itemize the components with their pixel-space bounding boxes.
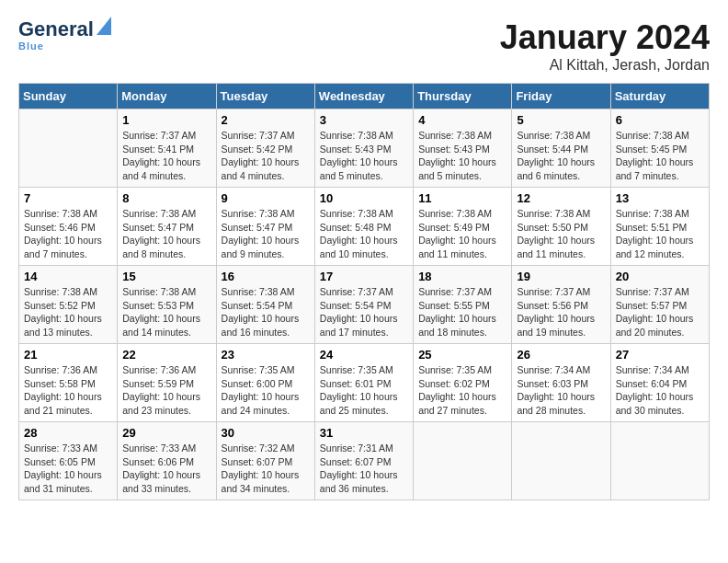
svg-marker-0 <box>97 17 111 35</box>
day-number: 12 <box>517 191 605 205</box>
day-number: 3 <box>320 113 408 127</box>
day-number: 28 <box>24 426 112 440</box>
day-number: 11 <box>418 191 506 205</box>
table-row: 12Sunrise: 7:38 AMSunset: 5:50 PMDayligh… <box>512 188 610 266</box>
title-section: January 2024 Al Kittah, Jerash, Jordan <box>500 18 710 74</box>
table-row: 30Sunrise: 7:32 AMSunset: 6:07 PMDayligh… <box>216 422 314 500</box>
location-subtitle: Al Kittah, Jerash, Jordan <box>500 57 710 74</box>
day-number: 19 <box>517 270 605 283</box>
table-row: 14Sunrise: 7:38 AMSunset: 5:52 PMDayligh… <box>19 266 118 344</box>
day-info: Sunrise: 7:38 AMSunset: 5:47 PMDaylight:… <box>222 207 310 261</box>
day-number: 16 <box>222 270 310 283</box>
day-number: 24 <box>320 348 408 362</box>
calendar-week-row: 7Sunrise: 7:38 AMSunset: 5:46 PMDaylight… <box>19 188 710 266</box>
day-info: Sunrise: 7:31 AMSunset: 6:07 PMDaylight:… <box>320 442 408 496</box>
table-row: 5Sunrise: 7:38 AMSunset: 5:44 PMDaylight… <box>512 109 610 188</box>
calendar-table: Sunday Monday Tuesday Wednesday Thursday… <box>18 83 710 500</box>
calendar-week-row: 14Sunrise: 7:38 AMSunset: 5:52 PMDayligh… <box>19 266 710 344</box>
table-row: 7Sunrise: 7:38 AMSunset: 5:46 PMDaylight… <box>19 188 118 266</box>
table-row: 13Sunrise: 7:38 AMSunset: 5:51 PMDayligh… <box>610 188 709 266</box>
day-info: Sunrise: 7:38 AMSunset: 5:54 PMDaylight:… <box>222 285 310 339</box>
day-number: 6 <box>616 113 704 127</box>
calendar-week-row: 1Sunrise: 7:37 AMSunset: 5:41 PMDaylight… <box>19 109 710 188</box>
day-info: Sunrise: 7:35 AMSunset: 6:02 PMDaylight:… <box>418 363 506 418</box>
day-number: 25 <box>418 348 506 362</box>
calendar-week-row: 28Sunrise: 7:33 AMSunset: 6:05 PMDayligh… <box>19 422 710 500</box>
day-info: Sunrise: 7:38 AMSunset: 5:43 PMDaylight:… <box>320 129 408 183</box>
day-info: Sunrise: 7:38 AMSunset: 5:43 PMDaylight:… <box>418 129 506 183</box>
table-row <box>512 422 610 500</box>
day-info: Sunrise: 7:38 AMSunset: 5:45 PMDaylight:… <box>616 129 704 183</box>
day-info: Sunrise: 7:37 AMSunset: 5:54 PMDaylight:… <box>320 285 408 339</box>
table-row: 15Sunrise: 7:38 AMSunset: 5:53 PMDayligh… <box>118 266 216 344</box>
table-row: 8Sunrise: 7:38 AMSunset: 5:47 PMDaylight… <box>118 188 216 266</box>
day-number: 15 <box>122 270 210 283</box>
day-number: 18 <box>418 270 506 283</box>
day-info: Sunrise: 7:38 AMSunset: 5:49 PMDaylight:… <box>418 207 506 261</box>
day-number: 1 <box>122 113 210 127</box>
table-row: 23Sunrise: 7:35 AMSunset: 6:00 PMDayligh… <box>216 344 314 422</box>
day-number: 31 <box>320 426 408 440</box>
table-row: 29Sunrise: 7:33 AMSunset: 6:06 PMDayligh… <box>118 422 216 500</box>
day-number: 9 <box>222 191 310 205</box>
day-info: Sunrise: 7:37 AMSunset: 5:56 PMDaylight:… <box>517 285 605 339</box>
table-row: 17Sunrise: 7:37 AMSunset: 5:54 PMDayligh… <box>314 266 413 344</box>
day-number: 27 <box>616 348 704 362</box>
calendar-header-row: Sunday Monday Tuesday Wednesday Thursday… <box>19 84 710 109</box>
day-info: Sunrise: 7:38 AMSunset: 5:46 PMDaylight:… <box>24 207 112 261</box>
day-info: Sunrise: 7:37 AMSunset: 5:42 PMDaylight:… <box>222 129 310 183</box>
day-number: 21 <box>24 348 112 362</box>
day-info: Sunrise: 7:36 AMSunset: 5:58 PMDaylight:… <box>24 363 112 418</box>
day-number: 14 <box>24 270 112 283</box>
table-row: 3Sunrise: 7:38 AMSunset: 5:43 PMDaylight… <box>314 109 413 188</box>
logo-general-text: General <box>18 19 94 40</box>
table-row: 10Sunrise: 7:38 AMSunset: 5:48 PMDayligh… <box>314 188 413 266</box>
col-thursday: Thursday <box>414 84 512 109</box>
logo: General Blue <box>18 18 111 52</box>
table-row: 31Sunrise: 7:31 AMSunset: 6:07 PMDayligh… <box>314 422 413 500</box>
day-info: Sunrise: 7:38 AMSunset: 5:48 PMDaylight:… <box>320 207 408 261</box>
day-number: 22 <box>122 348 210 362</box>
day-info: Sunrise: 7:37 AMSunset: 5:57 PMDaylight:… <box>616 285 704 339</box>
day-info: Sunrise: 7:37 AMSunset: 5:55 PMDaylight:… <box>418 285 506 339</box>
table-row: 20Sunrise: 7:37 AMSunset: 5:57 PMDayligh… <box>610 266 709 344</box>
table-row: 27Sunrise: 7:34 AMSunset: 6:04 PMDayligh… <box>610 344 709 422</box>
day-info: Sunrise: 7:33 AMSunset: 6:06 PMDaylight:… <box>122 442 210 496</box>
month-year-title: January 2024 <box>500 18 710 57</box>
col-saturday: Saturday <box>610 84 709 109</box>
day-info: Sunrise: 7:38 AMSunset: 5:47 PMDaylight:… <box>122 207 210 261</box>
calendar-week-row: 21Sunrise: 7:36 AMSunset: 5:58 PMDayligh… <box>19 344 710 422</box>
table-row: 9Sunrise: 7:38 AMSunset: 5:47 PMDaylight… <box>216 188 314 266</box>
page-header: General Blue January 2024 Al Kittah, Jer… <box>18 18 710 74</box>
table-row <box>610 422 709 500</box>
col-friday: Friday <box>512 84 610 109</box>
day-info: Sunrise: 7:33 AMSunset: 6:05 PMDaylight:… <box>24 442 112 496</box>
day-number: 30 <box>222 426 310 440</box>
table-row: 18Sunrise: 7:37 AMSunset: 5:55 PMDayligh… <box>414 266 512 344</box>
day-info: Sunrise: 7:34 AMSunset: 6:03 PMDaylight:… <box>517 363 605 418</box>
logo-blue-text: Blue <box>18 40 44 52</box>
table-row: 28Sunrise: 7:33 AMSunset: 6:05 PMDayligh… <box>19 422 118 500</box>
day-info: Sunrise: 7:35 AMSunset: 6:00 PMDaylight:… <box>222 363 310 418</box>
table-row <box>414 422 512 500</box>
day-number: 5 <box>517 113 605 127</box>
table-row: 16Sunrise: 7:38 AMSunset: 5:54 PMDayligh… <box>216 266 314 344</box>
day-info: Sunrise: 7:35 AMSunset: 6:01 PMDaylight:… <box>320 363 408 418</box>
day-number: 13 <box>616 191 704 205</box>
day-info: Sunrise: 7:32 AMSunset: 6:07 PMDaylight:… <box>222 442 310 496</box>
col-tuesday: Tuesday <box>216 84 314 109</box>
day-number: 17 <box>320 270 408 283</box>
table-row: 19Sunrise: 7:37 AMSunset: 5:56 PMDayligh… <box>512 266 610 344</box>
col-monday: Monday <box>118 84 216 109</box>
col-sunday: Sunday <box>19 84 118 109</box>
day-number: 7 <box>24 191 112 205</box>
logo-arrow-icon <box>97 17 111 35</box>
day-info: Sunrise: 7:38 AMSunset: 5:44 PMDaylight:… <box>517 129 605 183</box>
day-info: Sunrise: 7:38 AMSunset: 5:51 PMDaylight:… <box>616 207 704 261</box>
table-row: 24Sunrise: 7:35 AMSunset: 6:01 PMDayligh… <box>314 344 413 422</box>
day-info: Sunrise: 7:37 AMSunset: 5:41 PMDaylight:… <box>122 129 210 183</box>
day-number: 2 <box>222 113 310 127</box>
table-row: 21Sunrise: 7:36 AMSunset: 5:58 PMDayligh… <box>19 344 118 422</box>
day-number: 23 <box>222 348 310 362</box>
day-number: 8 <box>122 191 210 205</box>
